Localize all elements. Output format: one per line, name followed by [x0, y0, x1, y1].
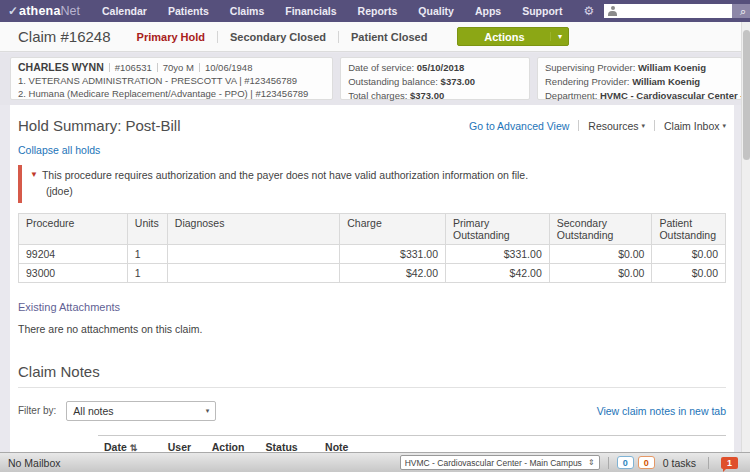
- date-of-service-label: Date of service:: [348, 62, 417, 73]
- divider: [708, 457, 709, 469]
- search-icon: ⌕: [740, 5, 746, 17]
- resources-menu[interactable]: Resources: [588, 120, 638, 132]
- patient-status-badge: Patient Closed: [338, 31, 439, 43]
- athenanet-app: ✓ athena Net Calendar Patients Claims Fi…: [0, 0, 750, 472]
- nav-item-claims[interactable]: Claims: [230, 5, 264, 17]
- table-row: 99204 1 $331.00 $331.00 $0.00 $0.00: [19, 244, 726, 263]
- nav-item-financials[interactable]: Financials: [285, 5, 336, 17]
- search-box: [604, 4, 732, 18]
- table-row: 93000 1 $42.00 $42.00 $0.00 $0.00: [19, 263, 726, 282]
- nav-item-quality[interactable]: Quality: [418, 5, 454, 17]
- blue-count-badge[interactable]: 0: [617, 456, 634, 469]
- claim-notes-table: Date⇅ User Action Status Note 05/11/2018…: [98, 435, 726, 453]
- secondary-outstanding-value: $0.00: [549, 244, 652, 263]
- nav-item-calendar[interactable]: Calendar: [102, 5, 147, 17]
- service-card: Date of service: 05/10/2018 Outstanding …: [340, 57, 530, 100]
- tasks-count[interactable]: 0 tasks: [663, 457, 696, 469]
- hold-summary-links: Go to Advanced View Resources ▾ Claim In…: [469, 120, 726, 132]
- notes-filter-value: All notes: [73, 405, 113, 417]
- actions-button-label: Actions: [458, 31, 550, 43]
- attachments-empty-text: There are no attachments on this claim.: [10, 313, 734, 335]
- department-select[interactable]: HVMC - Cardiovascular Center - Main Camp…: [400, 455, 600, 470]
- primary-outstanding-value: $331.00: [446, 244, 550, 263]
- patient-outstanding-value: $0.00: [652, 244, 726, 263]
- total-charges-value: $373.00: [410, 90, 444, 101]
- divider: [654, 120, 655, 131]
- col-units: Units: [127, 213, 167, 244]
- status-bar: No Mailbox HVMC - Cardiovascular Center …: [0, 452, 750, 472]
- nav-item-patients[interactable]: Patients: [168, 5, 209, 17]
- warning-user: (jdoe): [42, 184, 528, 200]
- primary-status-badge: Primary Hold: [125, 31, 217, 43]
- hold-summary-title: Hold Summary: Post-Bill: [18, 117, 181, 134]
- claim-inbox-menu[interactable]: Claim Inbox: [664, 120, 719, 132]
- insurance-secondary: 2. Humana (Medicare Replacement/Advantag…: [18, 88, 325, 101]
- secondary-outstanding-value: $0.00: [549, 263, 652, 282]
- scrollbar-thumb[interactable]: [743, 30, 750, 160]
- nav-item-apps[interactable]: Apps: [475, 5, 501, 17]
- orange-count-badge[interactable]: 0: [638, 456, 655, 469]
- search-button[interactable]: ⌕: [732, 4, 750, 18]
- nav-item-reports[interactable]: Reports: [358, 5, 398, 17]
- select-arrows-icon: ⇕: [588, 458, 595, 467]
- patient-age-sex: 70yo M: [163, 62, 194, 73]
- nav-item-support[interactable]: Support: [522, 5, 562, 17]
- secondary-status-badge: Secondary Closed: [217, 31, 338, 43]
- outstanding-balance-value: $373.00: [441, 76, 475, 87]
- existing-attachments-title[interactable]: Existing Attachments: [10, 283, 734, 313]
- supervising-provider-value: William Koenig: [638, 62, 706, 73]
- patient-name: CHARLES WYNN: [18, 61, 104, 73]
- chevron-down-icon: ▾: [642, 122, 646, 130]
- col-date-sortable[interactable]: Date⇅: [98, 435, 162, 452]
- actions-button[interactable]: Actions ▾: [457, 27, 569, 46]
- notes-filter-select[interactable]: All notes ▾: [66, 401, 216, 421]
- procedure-code: 99204: [19, 244, 128, 263]
- gear-icon[interactable]: ⚙: [583, 4, 594, 18]
- chevron-down-icon: ▾: [206, 407, 210, 415]
- col-secondary-outstanding: Secondary Outstanding: [549, 213, 652, 244]
- mailbox-status[interactable]: No Mailbox: [8, 457, 61, 469]
- patient-outstanding-value: $0.00: [652, 263, 726, 282]
- chat-bubble-tail: [723, 468, 727, 472]
- claim-info-strip: CHARLES WYNN #106531 70yo M 10/06/1948 1…: [0, 53, 750, 105]
- col-action: Action: [206, 435, 260, 452]
- chat-notification-icon[interactable]: 1: [721, 457, 738, 469]
- department-value: HVMC - Cardiovascular Center - ...: [600, 90, 750, 101]
- chevron-down-icon: ▾: [722, 122, 726, 130]
- rendering-provider-label: Rendering Provider:: [545, 76, 632, 87]
- divider: [608, 457, 609, 469]
- department-label: Department:: [545, 90, 600, 101]
- main-menu: Calendar Patients Claims Financials Repo…: [102, 4, 604, 18]
- divider: [199, 63, 200, 72]
- advanced-view-link[interactable]: Go to Advanced View: [469, 120, 569, 132]
- patient-dob: 10/06/1948: [205, 62, 253, 73]
- collapse-all-holds-link[interactable]: Collapse all holds: [10, 134, 734, 156]
- sort-icon[interactable]: ⇅: [130, 443, 138, 453]
- logo-text-athena: athena: [19, 4, 61, 18]
- charge-value: $42.00: [340, 263, 446, 282]
- outstanding-balance-label: Outstanding balance:: [348, 76, 440, 87]
- main-content: Hold Summary: Post-Bill Go to Advanced V…: [10, 105, 734, 452]
- vertical-scrollbar[interactable]: [741, 22, 750, 452]
- warning-triangle-icon[interactable]: ▼: [30, 170, 38, 200]
- global-search: ⌕: [604, 4, 750, 18]
- units-value: 1: [127, 263, 167, 282]
- claim-notes-title: Claim Notes: [18, 363, 726, 388]
- notes-area: Claim Created 05/11/2018 Date⇅ User Acti…: [10, 435, 726, 453]
- insurance-primary: 1. VETERANS ADMINISTRATION - PRESCOTT VA…: [18, 75, 325, 88]
- patient-id: #106531: [115, 62, 152, 73]
- athenanet-logo: ✓ athena Net: [8, 4, 80, 18]
- patient-search-input[interactable]: [619, 5, 730, 17]
- units-value: 1: [127, 244, 167, 263]
- providers-card: Supervising Provider: William Koenig Ren…: [537, 57, 742, 100]
- primary-outstanding-value: $42.00: [446, 263, 550, 282]
- department-select-value: HVMC - Cardiovascular Center - Main Camp…: [405, 458, 582, 468]
- leaf-check-icon: ✓: [8, 4, 18, 18]
- top-nav: ✓ athena Net Calendar Patients Claims Fi…: [0, 0, 750, 22]
- col-diagnoses: Diagnoses: [167, 213, 339, 244]
- col-status: Status: [260, 435, 319, 452]
- date-of-service-value: 05/10/2018: [417, 62, 465, 73]
- patient-card: CHARLES WYNN #106531 70yo M 10/06/1948 1…: [10, 57, 333, 100]
- charge-value: $331.00: [340, 244, 446, 263]
- view-claim-notes-link[interactable]: View claim notes in new tab: [597, 405, 726, 417]
